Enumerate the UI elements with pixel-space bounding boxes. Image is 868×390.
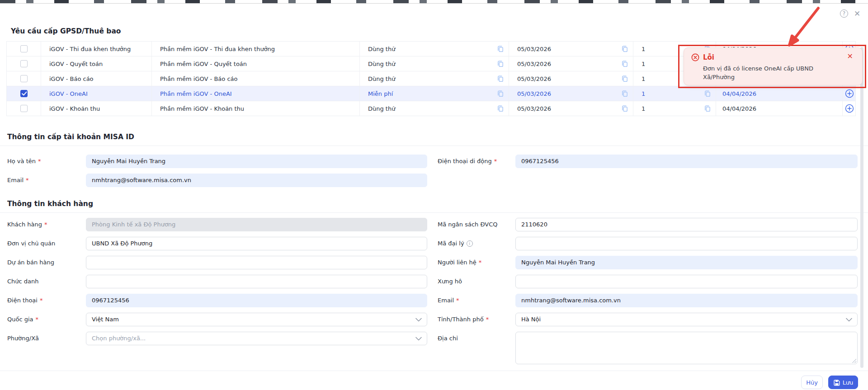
license-type-cell[interactable]: Dùng thử: [368, 105, 395, 112]
modal-footer: Hủy Lưu: [0, 371, 868, 390]
product-name-cell[interactable]: iGOV - Quyết toán: [41, 56, 152, 71]
start-date-cell[interactable]: 05/03/2026: [517, 75, 551, 82]
end-date-cell[interactable]: 04/04/2026: [716, 86, 843, 101]
product-name-cell[interactable]: iGOV - Khoản thu: [41, 101, 152, 116]
misa-section-title: Thông tin cấp tài khoản MISA ID: [7, 133, 134, 141]
contact-field[interactable]: Nguyễn Mai Huyền Trang: [515, 256, 858, 269]
modal-close-icon[interactable]: ✕: [853, 9, 861, 18]
error-circle-icon: [691, 53, 699, 61]
chevron-down-icon: [846, 318, 852, 322]
ward-select[interactable]: Chọn phường/xã...: [86, 332, 427, 345]
start-date-cell[interactable]: 05/03/2026: [517, 61, 551, 67]
product-fullname-cell[interactable]: Phần mềm iGOV - OneAI: [152, 86, 360, 101]
copy-icon[interactable]: [704, 90, 711, 97]
salutation-field[interactable]: [515, 275, 858, 288]
copy-icon[interactable]: [621, 90, 628, 97]
copy-icon[interactable]: [497, 45, 504, 52]
copy-icon[interactable]: [704, 105, 711, 112]
required-asterisk: *: [36, 313, 39, 326]
customer-field: Phòng Kinh tế xã Độ Phương: [86, 218, 427, 231]
copy-icon[interactable]: [621, 105, 628, 112]
quantity-cell[interactable]: 1: [642, 75, 645, 82]
agent-code-label: Mã đại lýi: [438, 237, 515, 250]
start-date-cell[interactable]: 05/03/2026: [517, 46, 551, 52]
license-type-cell[interactable]: Dùng thử: [368, 75, 395, 82]
customer-form: Khách hàng* Phòng Kinh tế xã Độ Phương M…: [7, 218, 858, 351]
add-row-icon[interactable]: [845, 89, 854, 98]
info-icon[interactable]: i: [467, 240, 473, 247]
license-type-cell[interactable]: Miễn phí: [368, 90, 393, 97]
row-checkbox[interactable]: [20, 75, 28, 82]
copy-icon[interactable]: [497, 75, 504, 82]
vertical-scrollbar[interactable]: [860, 47, 863, 368]
copy-icon[interactable]: [621, 60, 628, 67]
end-date-cell[interactable]: 04/04/2026: [716, 101, 843, 116]
quantity-cell[interactable]: 1: [642, 61, 645, 67]
agent-code-field[interactable]: [515, 237, 858, 250]
misa-email-label: Email*: [7, 174, 86, 187]
address-textarea[interactable]: [515, 332, 858, 364]
gpsd-table-title: Yêu cầu cấp GPSD/Thuê bao: [11, 27, 121, 35]
quantity-cell[interactable]: 1: [642, 90, 645, 97]
customer-section-title: Thông tin khách hàng: [7, 200, 93, 208]
province-select[interactable]: Hà Nội: [515, 313, 858, 326]
fullname-field[interactable]: Nguyễn Mai Huyền Trang: [86, 155, 427, 168]
row-checkbox-checked[interactable]: [20, 90, 28, 97]
row-checkbox[interactable]: [20, 105, 28, 112]
required-asterisk: *: [494, 155, 497, 168]
product-name-cell[interactable]: iGOV - OneAI: [41, 86, 152, 101]
start-date-cell[interactable]: 05/03/2026: [517, 105, 551, 112]
job-title-field[interactable]: [86, 275, 427, 288]
required-asterisk: *: [479, 256, 482, 269]
parent-unit-field[interactable]: UBND Xã Độ Phương: [86, 237, 427, 250]
copy-icon[interactable]: [497, 90, 504, 97]
sales-project-label: Dự án bán hàng: [7, 256, 86, 269]
copy-icon[interactable]: [497, 60, 504, 67]
product-fullname-cell[interactable]: Phần mềm iGOV - Thi đua khen thưởng: [152, 42, 360, 56]
row-checkbox[interactable]: [20, 45, 28, 52]
copy-icon[interactable]: [621, 75, 628, 82]
request-modal: ? ✕ Yêu cầu cấp GPSD/Thuê bao iGOV - Thi…: [0, 3, 868, 390]
quantity-cell[interactable]: 1: [642, 46, 645, 52]
error-close-icon[interactable]: ✕: [847, 52, 853, 61]
sales-project-field[interactable]: [86, 256, 427, 269]
product-fullname-cell[interactable]: Phần mềm iGOV - Khoản thu: [152, 101, 360, 116]
add-row-icon[interactable]: [845, 104, 854, 113]
table-row[interactable]: iGOV - Khoản thu Phần mềm iGOV - Khoản t…: [7, 101, 855, 116]
product-fullname-cell[interactable]: Phần mềm iGOV - Quyết toán: [152, 56, 360, 71]
help-icon[interactable]: ?: [840, 9, 848, 18]
row-checkbox[interactable]: [20, 60, 28, 67]
license-type-cell[interactable]: Dùng thử: [368, 46, 395, 52]
copy-icon[interactable]: [497, 105, 504, 112]
product-name-cell[interactable]: iGOV - Báo cáo: [41, 71, 152, 86]
check-icon: [21, 90, 27, 97]
required-asterisk: *: [44, 218, 47, 231]
error-toast: Lỗi ✕ Đơn vị đã có license OneAI cấp UBN…: [684, 47, 863, 85]
ward-label: Phường/Xã: [7, 332, 86, 345]
product-name-cell[interactable]: iGOV - Thi đua khen thưởng: [41, 42, 152, 56]
mobile-field[interactable]: 0967125456: [515, 155, 858, 168]
mobile-label: Điện thoại di động*: [438, 155, 515, 168]
section-divider: [0, 212, 868, 213]
table-row-selected[interactable]: iGOV - OneAI Phần mềm iGOV - OneAI Miễn …: [7, 86, 855, 101]
phone-label: Điện thoại*: [7, 294, 86, 307]
country-select[interactable]: Việt Nam: [86, 313, 427, 326]
fullname-label: Họ và tên*: [7, 155, 86, 168]
product-fullname-cell[interactable]: Phần mềm iGOV - Báo cáo: [152, 71, 360, 86]
error-title: Lỗi: [703, 53, 714, 61]
license-type-cell[interactable]: Dùng thử: [368, 61, 395, 67]
customer-email-field[interactable]: nmhtrang@software.misa.com.vn: [515, 294, 858, 307]
quantity-cell[interactable]: 1: [642, 105, 645, 112]
clipped-background-page: [0, 0, 868, 3]
misa-email-field[interactable]: nmhtrang@software.misa.com.vn: [86, 174, 427, 187]
copy-icon[interactable]: [621, 45, 628, 52]
contact-label: Người liên hệ*: [438, 256, 515, 269]
start-date-cell[interactable]: 05/03/2026: [517, 90, 551, 97]
cancel-button[interactable]: Hủy: [801, 376, 823, 389]
chevron-down-icon: [415, 337, 422, 341]
save-button[interactable]: Lưu: [828, 376, 858, 389]
required-asterisk: *: [26, 174, 29, 187]
budget-code-field[interactable]: 2110620: [515, 218, 858, 231]
phone-field[interactable]: 0967125456: [86, 294, 427, 307]
address-label: Địa chỉ: [438, 332, 515, 345]
